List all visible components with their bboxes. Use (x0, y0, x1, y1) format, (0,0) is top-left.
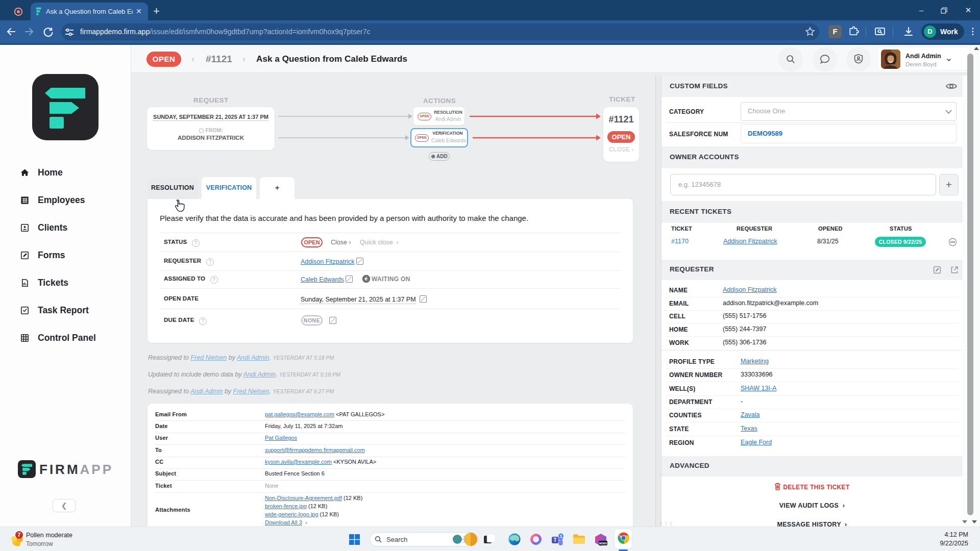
svg-text:1: 1 (560, 534, 562, 539)
svg-text:M365: M365 (599, 541, 607, 545)
svg-text:T: T (553, 537, 556, 543)
